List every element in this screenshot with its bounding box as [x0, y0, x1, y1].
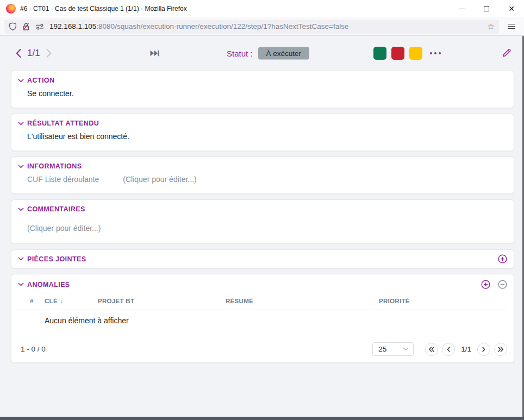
- url-bar[interactable]: 192.168.1.105:8080/squash/execution-runn…: [4, 20, 499, 34]
- hamburger-menu-icon[interactable]: [503, 24, 520, 29]
- chevron-down-icon: [18, 208, 24, 211]
- column-priority[interactable]: PRIORITÉ: [379, 298, 507, 304]
- section-title: ANOMALIES: [27, 281, 70, 289]
- chevron-down-icon: [18, 79, 24, 83]
- sort-desc-icon: ↓: [60, 298, 64, 304]
- minimize-button[interactable]: [449, 0, 474, 17]
- section-attachments: PIÈCES JOINTES: [11, 249, 514, 268]
- step-indicator: 1/1: [27, 48, 40, 59]
- status-label: Statut :: [227, 49, 253, 58]
- column-key[interactable]: CLÉ↓: [45, 298, 98, 304]
- table-empty-message: Aucun élément à afficher: [45, 316, 507, 325]
- verdict-success-button[interactable]: [373, 47, 386, 60]
- add-anomaly-icon[interactable]: [481, 280, 490, 289]
- anomalies-table-header: # CLÉ↓ PROJET BT RÉSUMÉ PRIORITÉ: [18, 298, 507, 310]
- section-expected-result-header[interactable]: RÉSULTAT ATTENDU: [18, 120, 507, 127]
- expected-result-text: L'utilisateur est bien connecté.: [27, 132, 507, 141]
- maximize-button[interactable]: [474, 0, 499, 17]
- cuf-field-label: CUF Liste déroulante: [27, 175, 99, 184]
- url-path: :8080/squash/execution-runner/execution/…: [96, 22, 348, 30]
- permissions-icon[interactable]: [35, 23, 44, 30]
- window-bottom-border: [0, 417, 524, 420]
- verdict-buttons: [373, 47, 441, 60]
- chevron-down-icon: [18, 122, 24, 126]
- section-comments-header[interactable]: COMMENTAIRES: [18, 205, 507, 213]
- first-page-button[interactable]: [425, 343, 438, 356]
- comments-edit-placeholder[interactable]: (Cliquer pour éditer...): [27, 224, 101, 233]
- shield-icon[interactable]: [9, 22, 17, 31]
- column-summary[interactable]: RÉSUMÉ: [226, 298, 379, 304]
- section-comments: COMMENTAIRES (Cliquer pour éditer...): [11, 199, 514, 244]
- window-titlebar: #6 - CT01 - Cas de test Classique 1 (1/1…: [0, 0, 524, 17]
- previous-page-button[interactable]: [442, 343, 455, 356]
- firefox-logo-icon: [6, 4, 16, 14]
- verdict-blocked-button[interactable]: [409, 47, 422, 60]
- lock-insecure-icon[interactable]: [22, 22, 30, 31]
- window-title: #6 - CT01 - Cas de test Classique 1 (1/1…: [20, 5, 187, 12]
- skip-to-last-step-icon[interactable]: [149, 50, 159, 57]
- next-page-button[interactable]: [477, 343, 490, 356]
- column-project[interactable]: PROJET BT: [98, 298, 226, 304]
- section-informations: INFORMATIONS CUF Liste déroulante (Cliqu…: [11, 156, 514, 194]
- maximize-icon: [484, 6, 489, 11]
- section-title: ACTION: [27, 77, 54, 84]
- more-options-icon[interactable]: [430, 52, 441, 54]
- verdict-failure-button[interactable]: [391, 47, 404, 60]
- add-attachment-icon[interactable]: [498, 254, 507, 264]
- runner-toolbar: 1/1 Statut : À exécuter: [0, 36, 524, 71]
- column-index: #: [30, 298, 45, 304]
- chevron-down-icon: [18, 283, 24, 286]
- url-text[interactable]: 192.168.1.105:8080/squash/execution-runn…: [49, 22, 483, 30]
- remove-anomaly-icon[interactable]: [498, 280, 507, 289]
- execution-runner-page: 1/1 Statut : À exécuter: [0, 36, 524, 417]
- section-title: INFORMATIONS: [27, 162, 82, 170]
- section-title: COMMENTAIRES: [27, 205, 85, 213]
- action-text: Se connecter.: [27, 89, 507, 98]
- chevron-down-icon: [18, 165, 24, 168]
- last-page-button[interactable]: [494, 343, 507, 356]
- section-action-header[interactable]: ACTION: [18, 77, 507, 84]
- close-icon: ✕: [508, 5, 515, 12]
- browser-navbar: 192.168.1.105:8080/squash/execution-runn…: [0, 17, 524, 36]
- chevron-down-icon: [403, 347, 409, 351]
- previous-step-icon[interactable]: [15, 48, 22, 58]
- page-size-select[interactable]: 25: [372, 342, 414, 356]
- next-step-icon[interactable]: [46, 48, 52, 58]
- close-button[interactable]: ✕: [499, 0, 524, 17]
- step-pager: 1/1: [15, 48, 52, 59]
- status-badge[interactable]: À exécuter: [258, 47, 310, 60]
- section-title: RÉSULTAT ATTENDU: [27, 120, 99, 127]
- section-title: PIÈCES JOINTES: [27, 255, 86, 263]
- bookmark-star-icon[interactable]: ☆: [488, 22, 495, 32]
- chevron-down-icon: [18, 257, 24, 261]
- section-action: ACTION Se connecter.: [11, 71, 514, 108]
- minimize-icon: [459, 9, 465, 9]
- url-host: 192.168.1.105: [49, 22, 96, 30]
- section-informations-header[interactable]: INFORMATIONS: [18, 162, 507, 170]
- section-anomalies: ANOMALIES # CLÉ↓ PROJET BT RÉSUMÉ PRIORI…: [11, 274, 514, 363]
- status-group: Statut : À exécuter: [227, 47, 309, 60]
- cuf-edit-placeholder[interactable]: (Cliquer pour éditer...): [123, 175, 196, 184]
- page-size-value: 25: [378, 345, 403, 353]
- pagination-range: 1 - 0 / 0: [21, 345, 46, 353]
- window-controls: ✕: [449, 0, 524, 17]
- section-anomalies-header[interactable]: ANOMALIES: [18, 280, 507, 289]
- anomalies-pagination: 1 - 0 / 0 25 1/1: [18, 342, 507, 356]
- section-attachments-header[interactable]: PIÈCES JOINTES: [18, 254, 507, 264]
- section-expected-result: RÉSULTAT ATTENDU L'utilisateur est bien …: [11, 114, 514, 151]
- edit-pencil-icon[interactable]: [502, 49, 511, 58]
- pagination-page-indicator: 1/1: [461, 345, 471, 353]
